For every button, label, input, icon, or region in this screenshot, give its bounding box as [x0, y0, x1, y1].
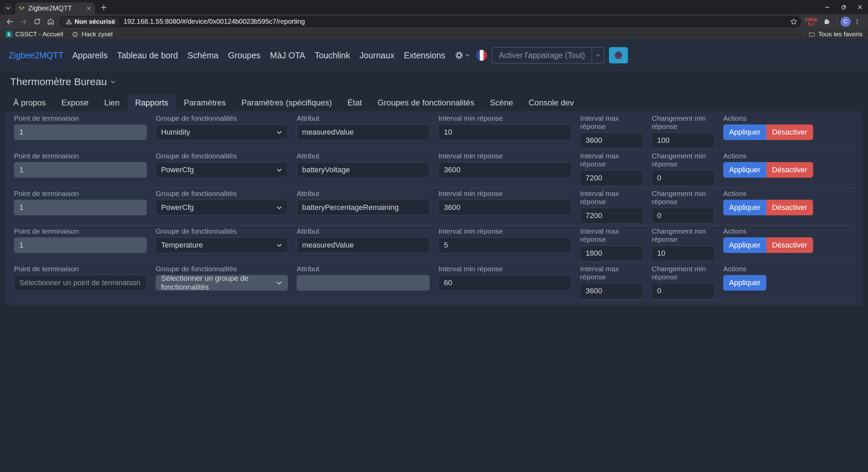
tab-groupes-de-fonctionnalit-s[interactable]: Groupes de fonctionnalités	[370, 94, 482, 111]
cluster-select-value: Temperature	[161, 241, 203, 250]
min-rep-change-input[interactable]	[652, 133, 714, 148]
endpoint-input-cell: Point de terminaison	[14, 113, 147, 148]
attribute-input[interactable]	[297, 237, 430, 253]
attribute-input-label: Attribut	[297, 114, 430, 122]
bookmark-star-button[interactable]	[790, 18, 797, 25]
language-flag-french[interactable]	[476, 50, 487, 61]
disable-button[interactable]: Désactiver	[766, 124, 813, 140]
all-bookmarks-button[interactable]: Tous les favoris	[809, 31, 863, 38]
endpoint-input-label: Point de terminaison	[14, 265, 147, 273]
extensions-button[interactable]	[821, 15, 833, 28]
tab-rapports[interactable]: Rapports	[127, 94, 176, 111]
tab-lien[interactable]: Lien	[96, 94, 127, 111]
window-minimize-button[interactable]	[819, 0, 835, 14]
new-tab-button[interactable]	[98, 1, 110, 14]
nav-item-journaux[interactable]: Journaux	[355, 51, 399, 60]
disable-button[interactable]: Désactiver	[766, 237, 813, 253]
tab-sc-ne[interactable]: Scène	[482, 94, 521, 111]
tab-console-dev[interactable]: Console dev	[521, 94, 581, 111]
nav-item-tableau-de-bord[interactable]: Tableau de bord	[112, 51, 182, 60]
window-restore-button[interactable]	[835, 0, 852, 14]
max-rep-interval-input-cell: Interval max réponse	[580, 226, 643, 261]
min-rep-interval-input-label: Interval min réponse	[438, 265, 571, 273]
disable-button[interactable]: Désactiver	[766, 162, 813, 178]
nav-item-m-j-ota[interactable]: MàJ OTA	[265, 51, 310, 60]
max-rep-interval-input[interactable]	[580, 133, 643, 148]
attribute-input-cell: Attribut	[297, 113, 430, 148]
nav-item-groupes[interactable]: Groupes	[223, 51, 265, 60]
nav-item-touchlink[interactable]: Touchlink	[310, 51, 355, 60]
nav-item-sch-ma[interactable]: Schéma	[183, 51, 223, 60]
attribute-input[interactable]	[297, 200, 430, 215]
bookmark-hack-zyxel[interactable]: Hack zyxel	[72, 31, 113, 38]
cluster-select[interactable]: Temperature	[156, 237, 288, 253]
apply-button[interactable]: Appliquer	[723, 237, 766, 253]
endpoint-input-cell: Point de terminaison	[14, 264, 147, 299]
reload-button[interactable]	[31, 15, 43, 28]
theme-toggle-button[interactable]	[609, 47, 628, 63]
attribute-input-label: Attribut	[297, 265, 430, 273]
max-rep-interval-input[interactable]	[580, 170, 643, 186]
attribute-input-label: Attribut	[297, 190, 430, 198]
apply-button[interactable]: Appliquer	[723, 162, 766, 178]
min-rep-change-input[interactable]	[652, 283, 714, 299]
z2m-brand-link[interactable]: Zigbee2MQTT	[9, 51, 63, 60]
actions-button-group: AppliquerDésactiver	[723, 200, 813, 215]
apply-button[interactable]: Appliquer	[723, 200, 766, 215]
nav-item-appareils[interactable]: Appareils	[67, 51, 112, 60]
cluster-select[interactable]: PowerCfg	[156, 162, 288, 178]
window-close-button[interactable]	[852, 0, 868, 14]
max-rep-interval-input[interactable]	[580, 208, 643, 223]
bookmark-cssct[interactable]: S CSSCT - Accueil	[5, 31, 63, 38]
tab-param-tres[interactable]: Paramètres	[176, 94, 234, 111]
permit-join-caret-button[interactable]	[592, 47, 604, 63]
cluster-select[interactable]: Sélectionner un groupe de fonctionnalité…	[156, 275, 288, 291]
tab-close-icon[interactable]	[86, 6, 92, 11]
apply-button[interactable]: Appliquer	[723, 124, 766, 140]
min-rep-interval-input-label: Interval min réponse	[438, 227, 571, 235]
back-button[interactable]	[3, 15, 16, 28]
reporting-rows: Point de terminaisonGroupe de fonctionna…	[14, 113, 854, 301]
max-rep-interval-input[interactable]	[580, 245, 643, 261]
min-rep-interval-input[interactable]	[438, 162, 571, 178]
min-rep-change-input[interactable]	[652, 170, 714, 186]
endpoint-input[interactable]	[14, 275, 147, 291]
actions-cell: ActionsAppliquer	[723, 264, 854, 299]
max-rep-interval-input[interactable]	[580, 283, 643, 299]
address-bar[interactable]: Non sécurisé 192.168.1.55:8080/#/device/…	[60, 16, 802, 27]
back-arrow-icon	[6, 18, 14, 26]
security-chip[interactable]: Non sécurisé	[61, 17, 119, 26]
extension-badge[interactable]: 1080p 5.1	[802, 17, 820, 26]
settings-dropdown[interactable]	[454, 50, 470, 60]
tab-propos[interactable]: À propos	[5, 94, 54, 111]
actions-button-group: AppliquerDésactiver	[723, 162, 813, 178]
attribute-input	[297, 275, 430, 291]
attribute-input[interactable]	[297, 162, 430, 178]
tab-expose[interactable]: Expose	[54, 94, 96, 111]
cluster-select[interactable]: PowerCfg	[156, 200, 288, 215]
cluster-label: Groupe de fonctionnalités	[156, 190, 288, 198]
cluster-select[interactable]: Humidity	[156, 124, 288, 140]
attribute-input-cell: Attribut	[297, 264, 430, 299]
min-rep-interval-input[interactable]	[438, 200, 571, 215]
tab-search-button[interactable]	[3, 3, 13, 13]
tab-param-tres-sp-cifiques[interactable]: Paramètres (spécifiques)	[234, 94, 340, 111]
min-rep-interval-input-label: Interval min réponse	[438, 190, 571, 198]
apply-button[interactable]: Appliquer	[723, 275, 766, 291]
disable-button[interactable]: Désactiver	[766, 200, 813, 215]
tab-tat[interactable]: État	[340, 94, 370, 111]
permit-join-button[interactable]: Activer l'appairage (Tout)	[492, 47, 592, 63]
home-button[interactable]	[44, 15, 57, 28]
min-rep-change-input[interactable]	[652, 208, 714, 223]
flag-white-stripe	[480, 50, 484, 61]
min-rep-interval-input[interactable]	[438, 275, 571, 291]
min-rep-interval-input[interactable]	[438, 237, 571, 253]
profile-avatar[interactable]: C	[841, 17, 851, 27]
min-rep-interval-input[interactable]	[438, 124, 571, 140]
attribute-input[interactable]	[297, 124, 430, 140]
browser-menu-button[interactable]	[851, 16, 863, 27]
browser-tab[interactable]: Zigbee2MQTT	[15, 2, 95, 14]
device-header[interactable]: Thermomètre Bureau	[10, 76, 868, 87]
nav-item-extensions[interactable]: Extensions	[399, 51, 450, 60]
min-rep-change-input[interactable]	[652, 245, 714, 261]
